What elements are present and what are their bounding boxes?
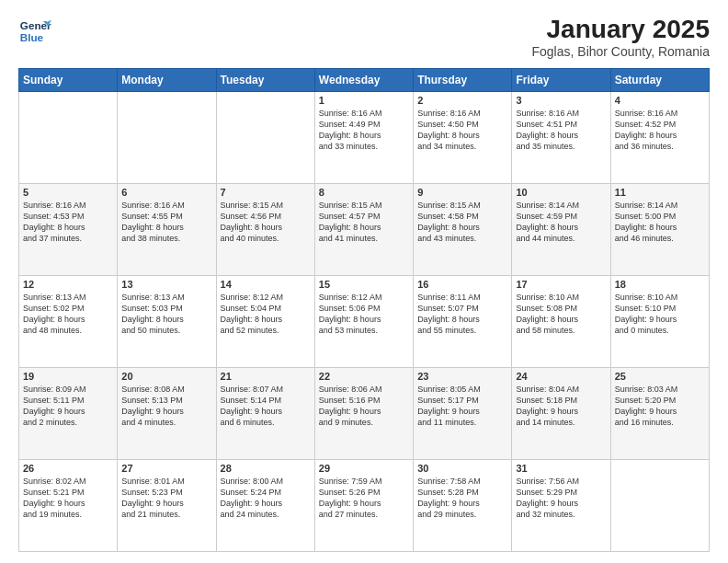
day-number: 7 bbox=[221, 187, 311, 198]
calendar-cell: 11Sunrise: 8:14 AM Sunset: 5:00 PM Dayli… bbox=[610, 184, 709, 276]
day-number: 9 bbox=[417, 187, 507, 198]
calendar-cell: 6Sunrise: 8:16 AM Sunset: 4:55 PM Daylig… bbox=[118, 184, 216, 276]
day-info: Sunrise: 8:03 AM Sunset: 5:20 PM Dayligh… bbox=[615, 384, 705, 429]
calendar-cell: 17Sunrise: 8:10 AM Sunset: 5:08 PM Dayli… bbox=[512, 276, 610, 368]
svg-text:General: General bbox=[20, 19, 51, 31]
day-info: Sunrise: 8:15 AM Sunset: 4:57 PM Dayligh… bbox=[319, 200, 409, 245]
day-info: Sunrise: 8:16 AM Sunset: 4:55 PM Dayligh… bbox=[121, 200, 211, 245]
calendar-cell: 10Sunrise: 8:14 AM Sunset: 4:59 PM Dayli… bbox=[512, 184, 610, 276]
day-info: Sunrise: 8:16 AM Sunset: 4:53 PM Dayligh… bbox=[23, 200, 113, 245]
calendar-cell: 29Sunrise: 7:59 AM Sunset: 5:26 PM Dayli… bbox=[314, 460, 413, 552]
calendar-cell: 16Sunrise: 8:11 AM Sunset: 5:07 PM Dayli… bbox=[414, 276, 512, 368]
calendar-cell: 31Sunrise: 7:56 AM Sunset: 5:29 PM Dayli… bbox=[512, 460, 610, 552]
day-number: 4 bbox=[615, 95, 705, 106]
day-number: 14 bbox=[221, 279, 311, 290]
day-info: Sunrise: 8:16 AM Sunset: 4:49 PM Dayligh… bbox=[319, 108, 409, 153]
week-row-5: 26Sunrise: 8:02 AM Sunset: 5:21 PM Dayli… bbox=[19, 460, 710, 552]
calendar-cell: 12Sunrise: 8:13 AM Sunset: 5:02 PM Dayli… bbox=[19, 276, 118, 368]
weekday-header-friday: Friday bbox=[512, 69, 610, 92]
week-row-4: 19Sunrise: 8:09 AM Sunset: 5:11 PM Dayli… bbox=[19, 368, 710, 460]
weekday-header-tuesday: Tuesday bbox=[216, 69, 314, 92]
day-number: 11 bbox=[615, 187, 705, 198]
logo: General Blue bbox=[18, 15, 51, 48]
day-info: Sunrise: 8:15 AM Sunset: 4:58 PM Dayligh… bbox=[417, 200, 507, 245]
weekday-header-saturday: Saturday bbox=[610, 69, 709, 92]
day-number: 13 bbox=[121, 279, 211, 290]
day-info: Sunrise: 8:12 AM Sunset: 5:06 PM Dayligh… bbox=[319, 292, 409, 337]
day-info: Sunrise: 8:11 AM Sunset: 5:07 PM Dayligh… bbox=[417, 292, 507, 337]
calendar-cell: 28Sunrise: 8:00 AM Sunset: 5:24 PM Dayli… bbox=[216, 460, 314, 552]
day-info: Sunrise: 8:10 AM Sunset: 5:10 PM Dayligh… bbox=[615, 292, 705, 337]
day-number: 6 bbox=[121, 187, 211, 198]
calendar-cell: 7Sunrise: 8:15 AM Sunset: 4:56 PM Daylig… bbox=[216, 184, 314, 276]
day-number: 28 bbox=[221, 463, 311, 474]
calendar-cell: 2Sunrise: 8:16 AM Sunset: 4:50 PM Daylig… bbox=[414, 92, 512, 184]
calendar-cell: 18Sunrise: 8:10 AM Sunset: 5:10 PM Dayli… bbox=[610, 276, 709, 368]
day-number: 17 bbox=[516, 279, 606, 290]
logo-icon: General Blue bbox=[18, 15, 51, 48]
day-number: 23 bbox=[417, 371, 507, 382]
page: General Blue January 2025 Foglas, Bihor … bbox=[0, 0, 728, 563]
day-number: 10 bbox=[516, 187, 606, 198]
day-info: Sunrise: 8:16 AM Sunset: 4:51 PM Dayligh… bbox=[516, 108, 606, 153]
day-info: Sunrise: 8:16 AM Sunset: 4:52 PM Dayligh… bbox=[615, 108, 705, 153]
day-info: Sunrise: 8:02 AM Sunset: 5:21 PM Dayligh… bbox=[23, 476, 113, 521]
calendar-cell bbox=[19, 92, 118, 184]
calendar-cell: 5Sunrise: 8:16 AM Sunset: 4:53 PM Daylig… bbox=[19, 184, 118, 276]
day-number: 3 bbox=[516, 95, 606, 106]
day-info: Sunrise: 8:06 AM Sunset: 5:16 PM Dayligh… bbox=[319, 384, 409, 429]
week-row-2: 5Sunrise: 8:16 AM Sunset: 4:53 PM Daylig… bbox=[19, 184, 710, 276]
calendar-cell: 1Sunrise: 8:16 AM Sunset: 4:49 PM Daylig… bbox=[314, 92, 413, 184]
calendar-title: January 2025 bbox=[532, 15, 711, 44]
calendar-cell: 26Sunrise: 8:02 AM Sunset: 5:21 PM Dayli… bbox=[19, 460, 118, 552]
day-number: 18 bbox=[615, 279, 705, 290]
day-number: 30 bbox=[417, 463, 507, 474]
day-info: Sunrise: 8:05 AM Sunset: 5:17 PM Dayligh… bbox=[417, 384, 507, 429]
calendar-cell: 8Sunrise: 8:15 AM Sunset: 4:57 PM Daylig… bbox=[314, 184, 413, 276]
day-info: Sunrise: 8:13 AM Sunset: 5:03 PM Dayligh… bbox=[121, 292, 211, 337]
week-row-1: 1Sunrise: 8:16 AM Sunset: 4:49 PM Daylig… bbox=[19, 92, 710, 184]
calendar-cell: 21Sunrise: 8:07 AM Sunset: 5:14 PM Dayli… bbox=[216, 368, 314, 460]
calendar-cell: 19Sunrise: 8:09 AM Sunset: 5:11 PM Dayli… bbox=[19, 368, 118, 460]
day-info: Sunrise: 8:10 AM Sunset: 5:08 PM Dayligh… bbox=[516, 292, 606, 337]
day-number: 12 bbox=[23, 279, 113, 290]
calendar-cell: 9Sunrise: 8:15 AM Sunset: 4:58 PM Daylig… bbox=[414, 184, 512, 276]
day-info: Sunrise: 8:08 AM Sunset: 5:13 PM Dayligh… bbox=[121, 384, 211, 429]
day-info: Sunrise: 8:00 AM Sunset: 5:24 PM Dayligh… bbox=[221, 476, 311, 521]
weekday-header-wednesday: Wednesday bbox=[314, 69, 413, 92]
calendar-cell bbox=[610, 460, 709, 552]
day-info: Sunrise: 8:12 AM Sunset: 5:04 PM Dayligh… bbox=[221, 292, 311, 337]
week-row-3: 12Sunrise: 8:13 AM Sunset: 5:02 PM Dayli… bbox=[19, 276, 710, 368]
day-number: 16 bbox=[417, 279, 507, 290]
day-info: Sunrise: 8:09 AM Sunset: 5:11 PM Dayligh… bbox=[23, 384, 113, 429]
calendar-cell: 27Sunrise: 8:01 AM Sunset: 5:23 PM Dayli… bbox=[118, 460, 216, 552]
calendar-cell: 25Sunrise: 8:03 AM Sunset: 5:20 PM Dayli… bbox=[610, 368, 709, 460]
day-number: 20 bbox=[121, 371, 211, 382]
day-info: Sunrise: 8:07 AM Sunset: 5:14 PM Dayligh… bbox=[221, 384, 311, 429]
day-number: 27 bbox=[121, 463, 211, 474]
day-number: 8 bbox=[319, 187, 409, 198]
calendar-cell: 3Sunrise: 8:16 AM Sunset: 4:51 PM Daylig… bbox=[512, 92, 610, 184]
calendar-cell: 4Sunrise: 8:16 AM Sunset: 4:52 PM Daylig… bbox=[610, 92, 709, 184]
day-number: 29 bbox=[319, 463, 409, 474]
day-info: Sunrise: 8:15 AM Sunset: 4:56 PM Dayligh… bbox=[221, 200, 311, 245]
calendar-cell: 30Sunrise: 7:58 AM Sunset: 5:28 PM Dayli… bbox=[414, 460, 512, 552]
day-info: Sunrise: 7:56 AM Sunset: 5:29 PM Dayligh… bbox=[516, 476, 606, 521]
day-number: 22 bbox=[319, 371, 409, 382]
day-number: 19 bbox=[23, 371, 113, 382]
calendar-cell bbox=[118, 92, 216, 184]
day-info: Sunrise: 8:01 AM Sunset: 5:23 PM Dayligh… bbox=[121, 476, 211, 521]
header: General Blue January 2025 Foglas, Bihor … bbox=[18, 15, 710, 59]
calendar-cell: 22Sunrise: 8:06 AM Sunset: 5:16 PM Dayli… bbox=[314, 368, 413, 460]
weekday-header-thursday: Thursday bbox=[414, 69, 512, 92]
day-info: Sunrise: 8:14 AM Sunset: 5:00 PM Dayligh… bbox=[615, 200, 705, 245]
day-number: 2 bbox=[417, 95, 507, 106]
svg-text:Blue: Blue bbox=[20, 31, 44, 43]
day-info: Sunrise: 8:14 AM Sunset: 4:59 PM Dayligh… bbox=[516, 200, 606, 245]
calendar-table: SundayMondayTuesdayWednesdayThursdayFrid… bbox=[18, 68, 710, 552]
day-number: 24 bbox=[516, 371, 606, 382]
day-info: Sunrise: 8:04 AM Sunset: 5:18 PM Dayligh… bbox=[516, 384, 606, 429]
calendar-cell: 14Sunrise: 8:12 AM Sunset: 5:04 PM Dayli… bbox=[216, 276, 314, 368]
calendar-cell: 15Sunrise: 8:12 AM Sunset: 5:06 PM Dayli… bbox=[314, 276, 413, 368]
weekday-header-monday: Monday bbox=[118, 69, 216, 92]
